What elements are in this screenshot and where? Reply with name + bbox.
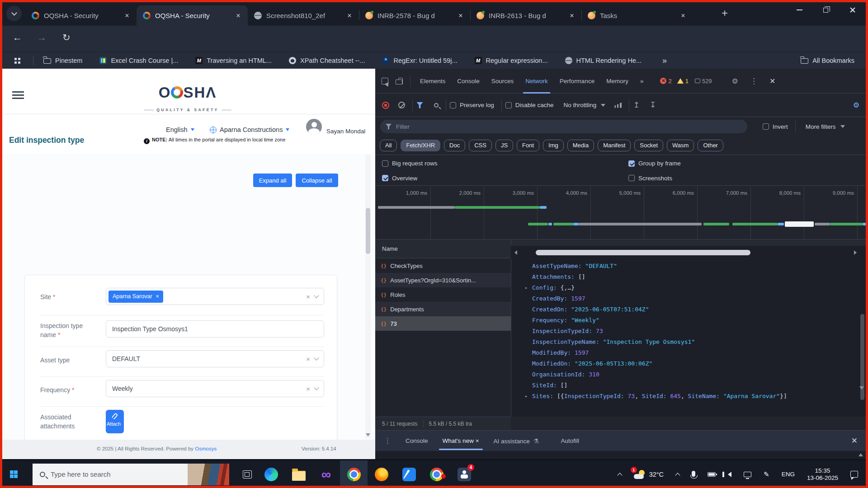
- request-type-chip[interactable]: CSS: [469, 140, 492, 151]
- taskbar-app-chrome-active[interactable]: [340, 460, 368, 488]
- site-select[interactable]: Aparna Sarovar× ×: [106, 288, 324, 305]
- taskbar-app-edge[interactable]: [257, 460, 285, 488]
- scroll-down-icon[interactable]: [859, 386, 864, 389]
- all-bookmarks-button[interactable]: All Bookmarks: [801, 57, 854, 64]
- browser-tab[interactable]: INRB-2613 - Bug d ×: [470, 5, 581, 26]
- request-row[interactable]: {} CheckTypes: [375, 258, 511, 273]
- bookmark-item[interactable]: RegExr: Untitled 59j...: [382, 57, 457, 64]
- bookmark-item[interactable]: Regular expression...: [475, 57, 548, 64]
- request-type-chip[interactable]: Media: [567, 140, 594, 151]
- devtools-tab[interactable]: Console: [451, 69, 486, 94]
- reload-button[interactable]: ↻: [62, 32, 71, 43]
- export-har-icon[interactable]: ↧: [650, 100, 656, 110]
- devtools-menu-icon[interactable]: ⋮: [750, 76, 758, 86]
- drawer-tab-ai-assistance[interactable]: AI assistance⚗: [494, 437, 539, 445]
- browser-tab[interactable]: OQSHA - Security ×: [137, 5, 248, 26]
- drawer-tab-whats-new[interactable]: What's new ×: [443, 437, 479, 444]
- taskbar-app-blue-tool[interactable]: [395, 460, 423, 488]
- scroll-down-icon[interactable]: [366, 433, 370, 436]
- devtools-tab[interactable]: Network: [519, 69, 554, 94]
- messages-badge[interactable]: 529: [695, 78, 712, 84]
- preserve-log-checkbox[interactable]: [450, 102, 456, 108]
- app-scrollbar[interactable]: [365, 155, 371, 438]
- chevron-down-icon[interactable]: [314, 385, 319, 390]
- json-line[interactable]: CreatedBy:1597: [511, 293, 867, 304]
- request-row[interactable]: {} 73: [375, 316, 511, 331]
- devtools-settings-icon[interactable]: ⚙: [732, 77, 738, 85]
- tab-close-icon[interactable]: ×: [678, 12, 688, 20]
- request-row[interactable]: {} AssetTypes?OrgId=310&Sortin...: [375, 273, 511, 287]
- import-har-icon[interactable]: ↥: [633, 100, 639, 110]
- filter-input[interactable]: Filter: [380, 120, 747, 133]
- taskbar-app-firefox[interactable]: [368, 460, 395, 488]
- devtools-tab[interactable]: Elements: [414, 69, 451, 94]
- chevron-up-icon[interactable]: [675, 473, 680, 478]
- drawer-tab-autofill[interactable]: Autofill: [561, 437, 579, 444]
- invert-checkbox[interactable]: [763, 123, 769, 130]
- user-avatar[interactable]: [306, 119, 322, 135]
- big-request-rows-checkbox[interactable]: [382, 160, 388, 167]
- inspect-element-icon[interactable]: [382, 78, 388, 84]
- back-button[interactable]: ←: [13, 32, 22, 43]
- window-close-button[interactable]: ✕: [849, 6, 856, 14]
- bookmark-item[interactable]: Pinestem: [43, 57, 82, 64]
- scroll-left-icon[interactable]: [514, 250, 517, 255]
- bookmark-item[interactable]: Excel Crash Course |...: [99, 57, 178, 64]
- drawer-close-icon[interactable]: ✕: [851, 436, 858, 446]
- pen-icon[interactable]: ✎: [764, 470, 769, 479]
- json-line[interactable]: InspectionTypeId:73: [511, 326, 867, 337]
- devtools-more-tabs-icon[interactable]: »: [634, 69, 650, 94]
- chevron-down-icon[interactable]: [601, 104, 605, 107]
- browser-tab[interactable]: Screenshot810_2ef ×: [248, 5, 359, 26]
- devtools-tab[interactable]: Performance: [554, 69, 600, 94]
- taskbar-app-chrome-profile[interactable]: [423, 460, 450, 488]
- start-button[interactable]: [10, 470, 18, 478]
- app-scrollbar-thumb[interactable]: [366, 208, 370, 254]
- disable-cache-checkbox[interactable]: [505, 102, 512, 108]
- json-line[interactable]: ModifiedOn:"2025-06-05T13:00:06Z": [511, 358, 867, 369]
- clear-network-log-icon[interactable]: [398, 102, 405, 108]
- show-hidden-icons-chevron[interactable]: [617, 473, 622, 478]
- overview-checkbox[interactable]: [382, 175, 388, 181]
- expand-arrow-icon[interactable]: ▸: [525, 391, 528, 402]
- bookmark-item[interactable]: Traversing an HTML...: [195, 57, 272, 64]
- devtools-tab[interactable]: Sources: [486, 69, 520, 94]
- network-conditions-icon[interactable]: [614, 103, 622, 108]
- device-toolbar-icon[interactable]: [398, 78, 403, 84]
- new-tab-button[interactable]: +: [722, 7, 728, 19]
- request-type-chip[interactable]: Font: [517, 140, 539, 151]
- taskbar-search[interactable]: Type here to search: [33, 464, 229, 485]
- apps-grid-icon[interactable]: [14, 58, 20, 64]
- error-badge[interactable]: ✕2: [660, 78, 671, 84]
- battery-icon[interactable]: [708, 472, 716, 477]
- browser-tab[interactable]: Tasks ×: [581, 5, 693, 26]
- tab-close-icon[interactable]: ×: [122, 12, 132, 20]
- tab-close-icon[interactable]: ×: [567, 12, 577, 20]
- request-type-chip[interactable]: Img: [543, 140, 564, 151]
- expand-all-button[interactable]: Expand all: [253, 174, 292, 187]
- chevron-down-icon[interactable]: [840, 125, 845, 128]
- drawer-tab-close-icon[interactable]: ×: [476, 437, 479, 444]
- request-row[interactable]: {} Departments: [375, 302, 511, 316]
- warning-badge[interactable]: 1: [677, 78, 689, 84]
- expand-arrow-icon[interactable]: ▸: [525, 282, 528, 293]
- devtools-close-icon[interactable]: ✕: [769, 77, 775, 85]
- attach-button[interactable]: Attach: [106, 410, 124, 433]
- group-by-frame-checkbox[interactable]: [628, 160, 635, 167]
- language-indicator[interactable]: ENG: [782, 471, 795, 478]
- search-daily-image[interactable]: [188, 464, 229, 485]
- minimize-button[interactable]: [797, 9, 802, 10]
- scroll-right-icon[interactable]: [854, 250, 857, 255]
- request-type-chip[interactable]: Fetch/XHR: [401, 140, 440, 151]
- request-type-chip[interactable]: All: [380, 140, 397, 151]
- request-type-chip[interactable]: Manifest: [598, 140, 631, 151]
- clock[interactable]: 15:35 13-06-2025: [807, 467, 838, 482]
- taskbar-app-visual-studio[interactable]: ∞: [312, 460, 340, 488]
- json-line[interactable]: CreatedOn:"2025-06-05T07:51:04Z": [511, 304, 867, 315]
- json-line[interactable]: AssetTypeName:"DEFAULT": [511, 261, 867, 272]
- tab-close-icon[interactable]: ×: [233, 12, 243, 20]
- task-view-icon[interactable]: [243, 470, 252, 479]
- request-type-chip[interactable]: Socket: [634, 140, 663, 151]
- tab-search-button[interactable]: [6, 6, 22, 21]
- collapse-all-button[interactable]: Collapse all: [296, 174, 338, 187]
